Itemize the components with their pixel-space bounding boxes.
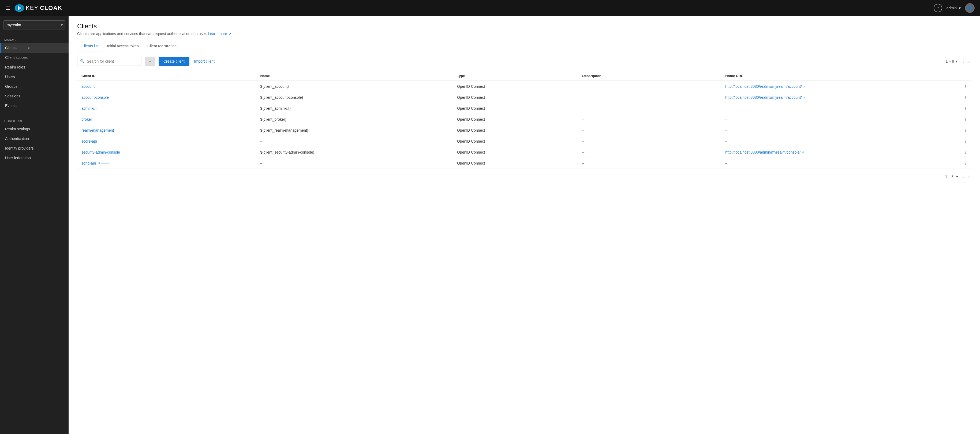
client-name-cell: ${client_security-admin-console} [256,147,453,158]
home-url-link[interactable]: http://localhost:8080/admin/myrealm/cons… [725,150,931,154]
client-description-cell: – [578,103,721,114]
client-id-link[interactable]: song-api [81,161,96,165]
row-actions-menu[interactable]: ⋮ [935,147,971,158]
row-actions-menu[interactable]: ⋮ [935,114,971,125]
sidebar-item-label: User federation [5,156,31,160]
client-name-cell: ${client_realm-management} [256,125,453,136]
client-home-url-cell: – [721,136,935,147]
user-name: admin [947,6,957,10]
row-actions-menu[interactable]: ⋮ [935,136,971,147]
bottom-pagination-prev-button[interactable]: ‹ [961,173,966,180]
sidebar-item-label: Realm settings [5,127,30,131]
table-row: score-api–OpenID Connect––⋮ [77,136,971,147]
client-id-link[interactable]: score-api [81,139,97,143]
client-description-cell: – [578,136,721,147]
create-client-button[interactable]: Create client [159,57,189,66]
sidebar-item-client-scopes[interactable]: Client scopes [0,53,68,62]
client-type-cell: OpenID Connect [453,81,578,92]
search-icon: 🔍 [80,59,85,63]
sidebar-item-label: Events [5,103,17,108]
client-name-cell: – [256,158,453,169]
bottom-pagination-next-button[interactable]: › [967,173,971,180]
row-actions-menu[interactable]: ⋮ [935,81,971,92]
pagination-chevron-icon: ▾ [956,59,958,63]
sidebar-item-label: Authentication [5,136,29,141]
sidebar-item-label: Clients [5,46,17,50]
client-type-cell: OpenID Connect [453,147,578,158]
sidebar-item-label: Client scopes [5,55,28,60]
client-type-cell: OpenID Connect [453,136,578,147]
search-arrow-button[interactable]: → [145,57,155,65]
bottom-pagination: 1 – 8 ▾ ‹ › [77,169,971,180]
avatar[interactable]: 👤 [965,3,975,13]
import-client-button[interactable]: Import client [192,57,216,66]
home-url-link[interactable]: http://localhost:8080/realms/myrealm/acc… [725,84,931,89]
tab-initial-access-token[interactable]: Initial access token [103,41,143,51]
col-header-actions [935,71,971,81]
realm-selector[interactable]: myrealm [0,16,68,34]
row-actions-menu[interactable]: ⋮ [935,92,971,103]
sidebar-item-groups[interactable]: Groups [0,82,68,91]
tab-client-registration[interactable]: Client registration [143,41,181,51]
user-menu[interactable]: admin ▾ [947,6,961,10]
table-row: security-admin-console${client_security-… [77,147,971,158]
client-description-cell: – [578,158,721,169]
client-id-link[interactable]: account-console [81,95,109,100]
sidebar-item-label: Groups [5,84,18,89]
col-header-type: Type [453,71,578,81]
client-home-url-cell: – [721,158,935,169]
client-home-url-cell: – [721,103,935,114]
annotation-arrow [19,46,30,50]
sidebar: myrealm Manage Clients Client scopes Rea… [0,16,68,434]
client-description-cell: – [578,125,721,136]
bottom-pagination-nav: ‹ › [961,173,971,180]
client-description-cell: – [578,92,721,103]
sidebar-item-users[interactable]: Users [0,72,68,82]
col-header-client-id: Client ID [77,71,256,81]
table-row: broker${client_broker}OpenID Connect––⋮ [77,114,971,125]
sidebar-item-clients[interactable]: Clients [0,43,68,53]
table-row: account${client_account}OpenID Connect–h… [77,81,971,92]
client-home-url-cell: http://localhost:8080/realms/myrealm/acc… [721,92,935,103]
tab-clients-list[interactable]: Clients list [77,41,103,51]
sidebar-item-events[interactable]: Events [0,101,68,111]
row-actions-menu[interactable]: ⋮ [935,125,971,136]
search-wrapper: 🔍 [77,57,142,66]
pagination-prev-button[interactable]: ‹ [961,58,966,65]
external-link-icon: ↗ [803,85,805,88]
pagination-next-button[interactable]: › [967,58,971,65]
client-name-cell: ${client_account} [256,81,453,92]
table-row: realm-management${client_realm-managemen… [77,125,971,136]
help-button[interactable]: ? [934,4,942,12]
client-description-cell: – [578,147,721,158]
col-header-name: Name [256,71,453,81]
pagination-info: 1 – 8 ▾ [946,59,958,63]
client-name-cell: ${client_broker} [256,114,453,125]
client-home-url-cell: – [721,114,935,125]
sidebar-item-authentication[interactable]: Authentication [0,134,68,143]
sidebar-section-configure: Configure [0,115,68,124]
search-input[interactable] [87,57,135,65]
logo-cloak: CLOAK [40,5,62,11]
home-url-link[interactable]: http://localhost:8080/realms/myrealm/acc… [725,95,931,100]
row-actions-menu[interactable]: ⋮ [935,158,971,169]
clients-table: Client ID Name Type Description Home URL… [77,71,971,169]
hamburger-icon[interactable]: ☰ [5,5,10,11]
client-id-link[interactable]: account [81,84,95,89]
client-home-url-cell: http://localhost:8080/admin/myrealm/cons… [721,147,935,158]
navbar: ☰ KEYCLOAK ? admin ▾ 👤 [0,0,980,16]
row-actions-menu[interactable]: ⋮ [935,103,971,114]
client-id-link[interactable]: broker [81,117,92,122]
client-type-cell: OpenID Connect [453,125,578,136]
sidebar-item-sessions[interactable]: Sessions [0,91,68,101]
realm-dropdown[interactable]: myrealm [3,21,65,29]
sidebar-item-realm-roles[interactable]: Realm roles [0,62,68,72]
client-id-link[interactable]: security-admin-console [81,150,120,154]
sidebar-item-user-federation[interactable]: User federation [0,153,68,163]
toolbar: 🔍 → Create client Import client 1 – 8 ▾ … [77,57,971,66]
client-id-link[interactable]: admin-cli [81,106,97,111]
learn-more-link[interactable]: Learn more ↗ [208,32,231,36]
sidebar-item-identity-providers[interactable]: Identity providers [0,143,68,153]
client-id-link[interactable]: realm-management [81,128,114,133]
sidebar-item-realm-settings[interactable]: Realm settings [0,124,68,134]
